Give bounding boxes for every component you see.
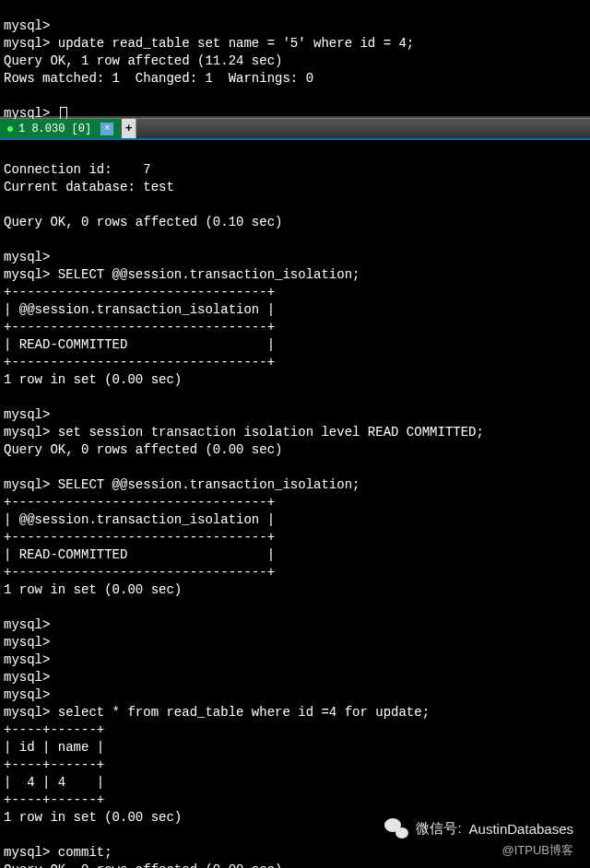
terminal-tab[interactable]: 1 8.030 [0] × (0, 119, 122, 138)
wechat-label: 微信号: (416, 820, 461, 838)
terminal-line: Query OK, 0 rows affected (0.10 sec) (4, 215, 282, 229)
terminal-line: mysql> SELECT @@session.transaction_isol… (4, 477, 360, 492)
terminal-line: | @@session.transaction_isolation | (4, 512, 275, 527)
terminal-line: mysql> SELECT @@session.transaction_isol… (4, 267, 360, 282)
terminal-line: +---------------------------------+ (4, 565, 275, 580)
terminal-line: mysql> (4, 635, 50, 650)
terminal-line: mysql> (4, 407, 50, 422)
terminal-line: +---------------------------------+ (4, 355, 275, 369)
terminal-line: Current database: test (4, 180, 174, 194)
terminal-line: | @@session.transaction_isolation | (4, 302, 275, 317)
terminal-line: | READ-COMMITTED | (4, 337, 275, 352)
terminal-line: +----+------+ (4, 757, 104, 772)
tab-label: 1 8.030 [0] (18, 123, 91, 135)
terminal-line: mysql> (4, 687, 50, 702)
terminal-line: Connection id: 7 (4, 162, 151, 177)
terminal-line: +---------------------------------+ (4, 285, 275, 299)
terminal-line: mysql> set session transaction isolation… (4, 425, 484, 440)
itpub-watermark: @ITPUB博客 (502, 842, 573, 859)
terminal-line: Query OK, 0 rows affected (0.00 sec) (4, 862, 282, 868)
terminal-line: Query OK, 1 row affected (11.24 sec) (4, 53, 282, 68)
terminal-line: mysql> (4, 617, 50, 632)
close-tab-button[interactable]: × (100, 123, 113, 135)
terminal-line: mysql> (4, 250, 50, 264)
status-dot-icon (7, 126, 13, 132)
terminal-line: Query OK, 0 rows affected (0.00 sec) (4, 442, 282, 457)
terminal-line: 1 row in set (0.00 sec) (4, 810, 182, 825)
main-terminal-pane[interactable]: Connection id: 7 Current database: test … (0, 140, 590, 868)
terminal-line: | 4 | 4 | (4, 775, 104, 790)
new-tab-button[interactable]: + (122, 119, 136, 138)
terminal-line: mysql> (4, 670, 50, 685)
terminal-line: mysql> select * from read_table where id… (4, 705, 430, 720)
plus-icon: + (125, 122, 133, 135)
terminal-line: Rows matched: 1 Changed: 1 Warnings: 0 (4, 71, 313, 86)
terminal-line: 1 row in set (0.00 sec) (4, 582, 182, 597)
terminal-line: 1 row in set (0.00 sec) (4, 372, 182, 387)
wechat-watermark: 微信号: AustinDatabases (384, 818, 573, 839)
terminal-line: | READ-COMMITTED | (4, 547, 275, 562)
terminal-line: mysql> commit; (4, 845, 112, 860)
terminal-line: +---------------------------------+ (4, 495, 275, 510)
terminal-line: mysql> (4, 18, 50, 33)
terminal-line: mysql> update read_table set name = '5' … (4, 36, 414, 51)
wechat-value: AustinDatabases (469, 821, 573, 837)
top-terminal-pane[interactable]: mysql> mysql> update read_table set name… (0, 0, 590, 116)
tab-bar: 1 8.030 [0] × + (0, 118, 590, 138)
terminal-line: mysql> (4, 652, 50, 667)
terminal-line: +----+------+ (4, 792, 104, 807)
terminal-line: | id | name | (4, 740, 104, 755)
terminal-line: +----+------+ (4, 722, 104, 737)
terminal-line: +---------------------------------+ (4, 320, 275, 334)
terminal-line: +---------------------------------+ (4, 530, 275, 545)
wechat-icon (384, 818, 408, 839)
